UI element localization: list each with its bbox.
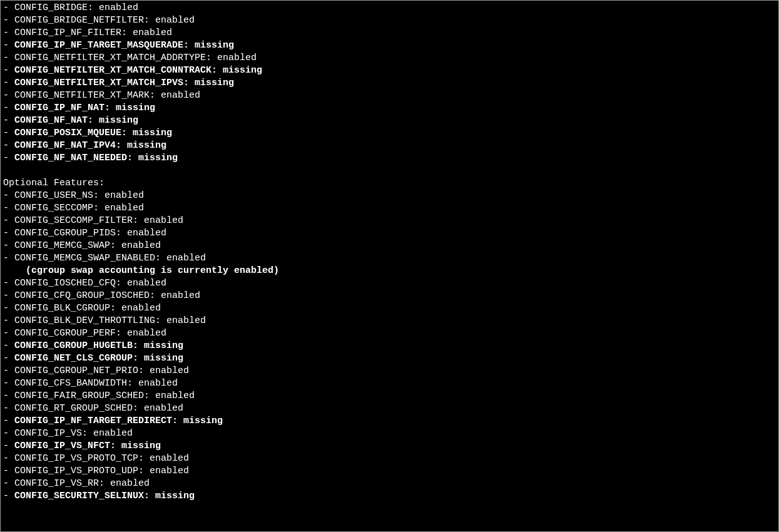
terminal-line: - CONFIG_NETFILTER_XT_MATCH_ADDRTYPE: en… (3, 52, 776, 64)
terminal-output[interactable]: - CONFIG_BRIDGE: enabled- CONFIG_BRIDGE_… (0, 0, 779, 532)
bullet: - (3, 441, 14, 451)
terminal-line: - CONFIG_USER_NS: enabled (3, 190, 776, 202)
config-entry: CONFIG_MEMCG_SWAP_ENABLED: enabled (14, 253, 206, 263)
bullet: - (3, 478, 14, 489)
bullet: - (3, 328, 14, 339)
terminal-line: - CONFIG_CGROUP_NET_PRIO: enabled (3, 365, 776, 377)
bullet: - (3, 391, 14, 401)
bullet: - (3, 366, 14, 376)
config-entry: CONFIG_IP_VS: enabled (14, 428, 133, 439)
terminal-line: - CONFIG_CFQ_GROUP_IOSCHED: enabled (3, 290, 776, 302)
config-entry: CONFIG_NF_NAT_IPV4: missing (14, 140, 166, 151)
bullet: - (3, 53, 14, 63)
terminal-line: - CONFIG_CFS_BANDWIDTH: enabled (3, 377, 776, 390)
section-heading: Optional Features: (3, 178, 104, 188)
terminal-line: - CONFIG_NF_NAT_IPV4: missing (3, 140, 776, 152)
config-entry: CONFIG_IP_VS_RR: enabled (14, 478, 150, 489)
terminal-line: - CONFIG_IP_NF_FILTER: enabled (3, 27, 776, 39)
terminal-line: Optional Features: (3, 177, 776, 190)
config-entry: CONFIG_NF_NAT_NEEDED: missing (14, 153, 178, 163)
terminal-line: - CONFIG_BLK_DEV_THROTTLING: enabled (3, 315, 776, 327)
bullet: - (3, 240, 14, 251)
config-entry: CONFIG_USER_NS: enabled (14, 190, 144, 201)
bullet: - (3, 28, 14, 38)
config-entry: CONFIG_NETFILTER_XT_MARK: enabled (14, 90, 200, 101)
config-entry: CONFIG_IP_VS_NFCT: missing (14, 441, 161, 451)
config-entry: CONFIG_NF_NAT: missing (14, 115, 138, 126)
bullet: - (3, 303, 14, 314)
config-entry: CONFIG_RT_GROUP_SCHED: enabled (14, 403, 183, 414)
terminal-line: - CONFIG_NETFILTER_XT_MARK: enabled (3, 90, 776, 102)
bullet: - (3, 466, 14, 476)
terminal-line: - CONFIG_SECCOMP_FILTER: enabled (3, 215, 776, 227)
terminal-line: - CONFIG_IP_VS_RR: enabled (3, 478, 776, 490)
indent (3, 265, 26, 276)
bullet: - (3, 491, 14, 501)
bullet: - (3, 128, 14, 138)
config-entry: CONFIG_IP_NF_NAT: missing (14, 103, 155, 113)
terminal-line: - CONFIG_NETFILTER_XT_MATCH_IPVS: missin… (3, 77, 776, 90)
config-entry: CONFIG_SECCOMP_FILTER: enabled (14, 215, 183, 226)
bullet: - (3, 15, 14, 26)
config-entry: CONFIG_SECURITY_SELINUX: missing (14, 491, 195, 501)
terminal-line: - CONFIG_NF_NAT_NEEDED: missing (3, 152, 776, 165)
terminal-line: - CONFIG_MEMCG_SWAP_ENABLED: enabled (3, 252, 776, 265)
config-entry: CONFIG_POSIX_MQUEUE: missing (14, 128, 172, 138)
config-entry: CONFIG_IP_NF_TARGET_MASQUERADE: missing (14, 40, 234, 51)
terminal-line: - CONFIG_IP_NF_NAT: missing (3, 102, 776, 115)
terminal-line: - CONFIG_RT_GROUP_SCHED: enabled (3, 402, 776, 415)
config-entry: CONFIG_NETFILTER_XT_MATCH_IPVS: missing (14, 78, 234, 88)
bullet: - (3, 253, 14, 263)
terminal-line: - CONFIG_POSIX_MQUEUE: missing (3, 127, 776, 140)
config-entry: CONFIG_BRIDGE: enabled (14, 3, 138, 13)
config-entry: CONFIG_IP_VS_PROTO_TCP: enabled (14, 453, 189, 464)
terminal-line: - CONFIG_BRIDGE: enabled (3, 2, 776, 14)
bullet: - (3, 203, 14, 213)
bullet: - (3, 215, 14, 226)
bullet: - (3, 290, 14, 301)
terminal-line: - CONFIG_NF_NAT: missing (3, 115, 776, 127)
config-entry: CONFIG_BLK_CGROUP: enabled (14, 303, 161, 314)
terminal-line: - CONFIG_BLK_CGROUP: enabled (3, 302, 776, 315)
bullet: - (3, 3, 14, 13)
config-entry: CONFIG_CFS_BANDWIDTH: enabled (14, 378, 178, 389)
terminal-line: - CONFIG_FAIR_GROUP_SCHED: enabled (3, 390, 776, 402)
bullet: - (3, 416, 14, 426)
bullet: - (3, 65, 14, 76)
bullet: - (3, 378, 14, 389)
terminal-line: - CONFIG_SECCOMP: enabled (3, 202, 776, 215)
config-entry: CONFIG_BLK_DEV_THROTTLING: enabled (14, 315, 206, 326)
bullet: - (3, 140, 14, 151)
terminal-line: - CONFIG_IP_NF_TARGET_REDIRECT: missing (3, 415, 776, 427)
bullet: - (3, 315, 14, 326)
terminal-line (3, 165, 776, 177)
config-entry: CONFIG_IOSCHED_CFQ: enabled (14, 278, 166, 289)
terminal-line: - CONFIG_CGROUP_PERF: enabled (3, 327, 776, 340)
config-entry: CONFIG_IP_NF_TARGET_REDIRECT: missing (14, 416, 223, 426)
terminal-line: (cgroup swap accounting is currently ena… (3, 265, 776, 277)
terminal-line: - CONFIG_CGROUP_HUGETLB: missing (3, 340, 776, 352)
config-entry: CONFIG_BRIDGE_NETFILTER: enabled (14, 15, 195, 26)
bullet: - (3, 190, 14, 201)
bullet: - (3, 353, 14, 364)
bullet: - (3, 403, 14, 414)
terminal-line: - CONFIG_NETFILTER_XT_MATCH_CONNTRACK: m… (3, 64, 776, 77)
config-entry: CONFIG_CFQ_GROUP_IOSCHED: enabled (14, 290, 200, 301)
terminal-line: - CONFIG_IOSCHED_CFQ: enabled (3, 277, 776, 290)
config-entry: CONFIG_NET_CLS_CGROUP: missing (14, 353, 183, 364)
terminal-line: - CONFIG_SECURITY_SELINUX: missing (3, 490, 776, 503)
terminal-line: - CONFIG_MEMCG_SWAP: enabled (3, 240, 776, 252)
config-entry: CONFIG_FAIR_GROUP_SCHED: enabled (14, 391, 195, 401)
terminal-line: - CONFIG_IP_VS: enabled (3, 427, 776, 440)
config-entry: CONFIG_CGROUP_PIDS: enabled (14, 228, 166, 238)
note-text: (cgroup swap accounting is currently ena… (26, 265, 279, 276)
terminal-line: - CONFIG_IP_NF_TARGET_MASQUERADE: missin… (3, 39, 776, 52)
config-entry: CONFIG_IP_VS_PROTO_UDP: enabled (14, 466, 189, 476)
config-entry: CONFIG_SECCOMP: enabled (14, 203, 144, 213)
config-entry: CONFIG_CGROUP_HUGETLB: missing (14, 340, 183, 351)
config-entry: CONFIG_NETFILTER_XT_MATCH_ADDRTYPE: enab… (14, 53, 257, 63)
config-entry: CONFIG_CGROUP_NET_PRIO: enabled (14, 366, 189, 376)
config-entry: CONFIG_NETFILTER_XT_MATCH_CONNTRACK: mis… (14, 65, 262, 76)
bullet: - (3, 78, 14, 88)
terminal-line: - CONFIG_BRIDGE_NETFILTER: enabled (3, 14, 776, 27)
